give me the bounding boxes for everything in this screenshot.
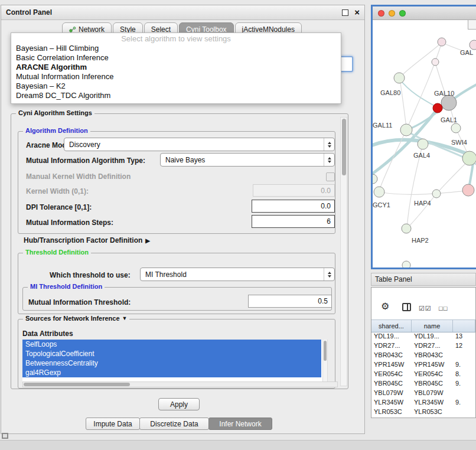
- table-row[interactable]: YDR27...YDR27...12: [371, 341, 475, 350]
- group-title: Threshold Definition: [23, 249, 91, 256]
- mi-threshold-label: Mutual Information Threshold:: [28, 298, 131, 306]
- close-icon[interactable]: ×: [354, 9, 360, 16]
- network-node[interactable]: [432, 190, 441, 198]
- table-header: shared... name: [371, 319, 475, 332]
- list-item-selected[interactable]: SelfLoops: [22, 340, 321, 349]
- cell: YBR043C: [412, 351, 453, 358]
- table-row[interactable]: YPR145WYPR145W9.: [371, 360, 475, 369]
- network-node-label: GCY1: [373, 201, 390, 208]
- field-value: 6: [327, 217, 331, 226]
- network-node-label: SWI4: [451, 139, 467, 146]
- list-item-selected[interactable]: gal4RGexp: [22, 368, 321, 377]
- table-row[interactable]: YLR053CYLR053C: [371, 407, 475, 416]
- tab-impute-data[interactable]: Impute Data: [86, 418, 140, 430]
- mi-threshold-input[interactable]: 0.5: [248, 295, 332, 308]
- network-node-label: GAL: [460, 49, 473, 56]
- table-row[interactable]: YDL19...YDL19...13: [371, 331, 475, 341]
- which-threshold-combo[interactable]: MI Threshold: [140, 268, 335, 281]
- manual-kernel-label: Manual Kernel Width Definition: [26, 172, 131, 181]
- network-node[interactable]: [462, 184, 474, 196]
- table-row[interactable]: YLR345WYLR345W9.: [371, 397, 475, 407]
- settings-scrollbar-thumb[interactable]: [342, 119, 346, 175]
- network-node[interactable]: [451, 123, 461, 133]
- bottom-tabbar: Impute Data Discretize Data Infer Networ…: [86, 418, 272, 430]
- data-attributes-list: SelfLoops TopologicalCoefficient Between…: [22, 340, 328, 381]
- list-vertical-scrollbar[interactable]: [322, 340, 328, 381]
- dpi-tolerance-input[interactable]: 0.0: [252, 200, 335, 213]
- sources-toggle[interactable]: Sources for Network Inference ▼: [23, 315, 129, 322]
- table-row[interactable]: YBL079WYBL079W: [371, 388, 475, 397]
- network-node[interactable]: [394, 73, 405, 83]
- network-scrollbar-corner[interactable]: [468, 20, 476, 30]
- close-traffic-light[interactable]: [378, 10, 384, 17]
- select-all-checkboxes-icon[interactable]: ☑☑: [419, 304, 432, 313]
- minimize-traffic-light[interactable]: [389, 10, 395, 17]
- list-scrollbar-thumb[interactable]: [324, 341, 327, 361]
- column-header[interactable]: shared...: [371, 320, 412, 332]
- window-restore-icon[interactable]: [2, 433, 8, 439]
- tab-discretize-data[interactable]: Discretize Data: [139, 418, 209, 430]
- apply-label: Apply: [170, 400, 188, 409]
- network-node[interactable]: [470, 40, 476, 50]
- hub-definition-toggle[interactable]: Hub/Transcription Factor Definition ▶: [24, 236, 150, 244]
- network-edge[interactable]: [399, 79, 436, 107]
- network-node[interactable]: [402, 261, 410, 268]
- table-row[interactable]: YBR043CYBR043C: [371, 350, 475, 360]
- aracne-mode-combo[interactable]: Discovery: [64, 138, 335, 151]
- table-panel-titlebar[interactable]: Table Panel: [371, 273, 476, 286]
- apply-button[interactable]: Apply: [158, 398, 200, 410]
- dropdown-item[interactable]: Mutual Information Inference: [11, 72, 341, 81]
- dropdown-item[interactable]: Bayesian – K2: [11, 81, 341, 91]
- network-node[interactable]: [462, 151, 476, 165]
- bottom-taskbar: [0, 440, 476, 450]
- network-node[interactable]: [441, 95, 457, 110]
- cell: YER054C: [412, 370, 453, 377]
- network-view-window: GALGAL80GAL10GAL11GAL1SWI4GAL4GCY1HAP4HA…: [371, 5, 476, 269]
- list-horizontal-scrollbar[interactable]: [22, 381, 338, 387]
- network-node[interactable]: [373, 174, 377, 184]
- control-panel-titlebar[interactable]: Control Panel ×: [1, 5, 364, 20]
- table-row[interactable]: YER054CYER054C8.: [371, 369, 475, 379]
- zoom-traffic-light[interactable]: [399, 10, 406, 17]
- network-window-titlebar[interactable]: [373, 6, 476, 20]
- network-node[interactable]: [418, 139, 428, 149]
- network-canvas[interactable]: GALGAL80GAL10GAL11GAL1SWI4GAL4GCY1HAP4HA…: [373, 20, 476, 268]
- cell: YLR053C: [412, 408, 453, 415]
- table-row[interactable]: YBR045CYBR045C9.: [371, 379, 475, 388]
- deselect-all-checkboxes-icon[interactable]: □□: [439, 304, 448, 313]
- mi-steps-input[interactable]: 6: [252, 215, 335, 228]
- cell: YBL079W: [412, 389, 453, 396]
- mi-type-combo[interactable]: Naive Bayes: [160, 153, 335, 167]
- column-header[interactable]: [453, 320, 475, 332]
- kernel-width-input[interactable]: 0.0: [253, 184, 335, 197]
- list-item-selected[interactable]: BetweennessCentrality: [22, 358, 321, 368]
- network-node-label: GAL10: [434, 90, 454, 97]
- table-body: YDL19...YDL19...13 YDR27...YDR27...12 YB…: [371, 331, 475, 418]
- network-node[interactable]: [374, 187, 384, 197]
- list-item-selected[interactable]: TopologicalCoefficient: [22, 349, 321, 358]
- algorithm-dropdown-popup: Select algorithm to view settings Bayesi…: [11, 32, 341, 104]
- columns-icon[interactable]: [402, 303, 411, 311]
- group-title: Cyni Algorithm Settings: [16, 109, 94, 116]
- dropdown-item-selected[interactable]: ARACNE Algorithm: [11, 63, 341, 72]
- network-node[interactable]: [433, 103, 442, 113]
- tab-infer-network[interactable]: Infer Network: [208, 418, 272, 430]
- dropdown-item[interactable]: Dream8 DC_TDC Algorithm: [11, 91, 341, 100]
- network-node[interactable]: [400, 124, 412, 136]
- network-node[interactable]: [402, 224, 411, 233]
- network-edge[interactable]: [379, 191, 468, 194]
- network-node[interactable]: [438, 38, 446, 46]
- list-hscrollbar-thumb[interactable]: [24, 383, 130, 386]
- manual-kernel-checkbox[interactable]: [326, 172, 335, 181]
- dropdown-item[interactable]: Bayesian – Hill Climbing: [11, 44, 341, 53]
- network-node[interactable]: [432, 58, 439, 66]
- dropdown-item[interactable]: Basic Correlation Inference: [11, 53, 341, 63]
- network-edge[interactable]: [407, 43, 442, 129]
- network-canvas-area: GALGAL80GAL10GAL11GAL1SWI4GAL4GCY1HAP4HA…: [373, 20, 476, 268]
- gear-icon[interactable]: ⚙: [381, 302, 389, 311]
- settings-scrollbar[interactable]: [340, 117, 347, 386]
- float-window-icon[interactable]: [342, 9, 348, 16]
- column-header[interactable]: name: [412, 320, 453, 332]
- cell: 9.: [453, 380, 475, 387]
- collapse-right-icon: ▶: [145, 237, 150, 244]
